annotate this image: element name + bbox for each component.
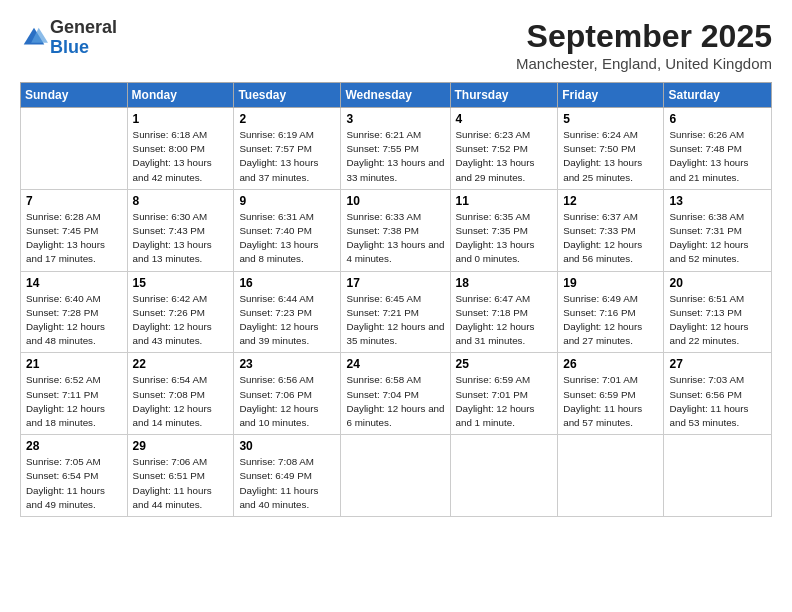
day-detail: Sunrise: 6:51 AMSunset: 7:13 PMDaylight:… xyxy=(669,292,766,349)
calendar-week-row: 14Sunrise: 6:40 AMSunset: 7:28 PMDayligh… xyxy=(21,271,772,353)
calendar-cell: 5Sunrise: 6:24 AMSunset: 7:50 PMDaylight… xyxy=(558,108,664,190)
calendar-cell: 11Sunrise: 6:35 AMSunset: 7:35 PMDayligh… xyxy=(450,189,558,271)
calendar-cell xyxy=(341,435,450,517)
calendar-cell: 16Sunrise: 6:44 AMSunset: 7:23 PMDayligh… xyxy=(234,271,341,353)
calendar-cell: 17Sunrise: 6:45 AMSunset: 7:21 PMDayligh… xyxy=(341,271,450,353)
day-number: 11 xyxy=(456,194,553,208)
page-header: General Blue September 2025 Manchester, … xyxy=(20,18,772,72)
calendar-table: Sunday Monday Tuesday Wednesday Thursday… xyxy=(20,82,772,517)
day-number: 5 xyxy=(563,112,658,126)
col-friday: Friday xyxy=(558,83,664,108)
day-detail: Sunrise: 7:08 AMSunset: 6:49 PMDaylight:… xyxy=(239,455,335,512)
calendar-cell: 26Sunrise: 7:01 AMSunset: 6:59 PMDayligh… xyxy=(558,353,664,435)
calendar-cell xyxy=(558,435,664,517)
day-detail: Sunrise: 6:23 AMSunset: 7:52 PMDaylight:… xyxy=(456,128,553,185)
day-detail: Sunrise: 6:56 AMSunset: 7:06 PMDaylight:… xyxy=(239,373,335,430)
calendar-cell: 9Sunrise: 6:31 AMSunset: 7:40 PMDaylight… xyxy=(234,189,341,271)
day-detail: Sunrise: 6:33 AMSunset: 7:38 PMDaylight:… xyxy=(346,210,444,267)
calendar-cell: 25Sunrise: 6:59 AMSunset: 7:01 PMDayligh… xyxy=(450,353,558,435)
day-number: 3 xyxy=(346,112,444,126)
day-number: 8 xyxy=(133,194,229,208)
calendar-cell: 1Sunrise: 6:18 AMSunset: 8:00 PMDaylight… xyxy=(127,108,234,190)
calendar-cell: 18Sunrise: 6:47 AMSunset: 7:18 PMDayligh… xyxy=(450,271,558,353)
calendar-week-row: 7Sunrise: 6:28 AMSunset: 7:45 PMDaylight… xyxy=(21,189,772,271)
day-number: 2 xyxy=(239,112,335,126)
calendar-cell: 23Sunrise: 6:56 AMSunset: 7:06 PMDayligh… xyxy=(234,353,341,435)
day-detail: Sunrise: 6:37 AMSunset: 7:33 PMDaylight:… xyxy=(563,210,658,267)
day-detail: Sunrise: 6:30 AMSunset: 7:43 PMDaylight:… xyxy=(133,210,229,267)
day-number: 4 xyxy=(456,112,553,126)
day-detail: Sunrise: 6:52 AMSunset: 7:11 PMDaylight:… xyxy=(26,373,122,430)
calendar-week-row: 28Sunrise: 7:05 AMSunset: 6:54 PMDayligh… xyxy=(21,435,772,517)
month-title: September 2025 xyxy=(516,18,772,55)
logo-general: General xyxy=(50,17,117,37)
col-wednesday: Wednesday xyxy=(341,83,450,108)
location: Manchester, England, United Kingdom xyxy=(516,55,772,72)
calendar-week-row: 1Sunrise: 6:18 AMSunset: 8:00 PMDaylight… xyxy=(21,108,772,190)
calendar-cell: 24Sunrise: 6:58 AMSunset: 7:04 PMDayligh… xyxy=(341,353,450,435)
calendar-cell: 3Sunrise: 6:21 AMSunset: 7:55 PMDaylight… xyxy=(341,108,450,190)
day-number: 9 xyxy=(239,194,335,208)
calendar-cell: 28Sunrise: 7:05 AMSunset: 6:54 PMDayligh… xyxy=(21,435,128,517)
day-number: 30 xyxy=(239,439,335,453)
day-number: 28 xyxy=(26,439,122,453)
calendar-cell: 21Sunrise: 6:52 AMSunset: 7:11 PMDayligh… xyxy=(21,353,128,435)
col-saturday: Saturday xyxy=(664,83,772,108)
day-detail: Sunrise: 6:38 AMSunset: 7:31 PMDaylight:… xyxy=(669,210,766,267)
calendar-cell: 13Sunrise: 6:38 AMSunset: 7:31 PMDayligh… xyxy=(664,189,772,271)
calendar-cell xyxy=(21,108,128,190)
day-detail: Sunrise: 6:26 AMSunset: 7:48 PMDaylight:… xyxy=(669,128,766,185)
day-detail: Sunrise: 6:42 AMSunset: 7:26 PMDaylight:… xyxy=(133,292,229,349)
day-number: 18 xyxy=(456,276,553,290)
calendar-header-row: Sunday Monday Tuesday Wednesday Thursday… xyxy=(21,83,772,108)
day-number: 20 xyxy=(669,276,766,290)
col-sunday: Sunday xyxy=(21,83,128,108)
day-number: 29 xyxy=(133,439,229,453)
day-number: 1 xyxy=(133,112,229,126)
day-number: 19 xyxy=(563,276,658,290)
calendar-cell: 27Sunrise: 7:03 AMSunset: 6:56 PMDayligh… xyxy=(664,353,772,435)
day-detail: Sunrise: 6:31 AMSunset: 7:40 PMDaylight:… xyxy=(239,210,335,267)
day-number: 24 xyxy=(346,357,444,371)
logo-icon xyxy=(20,24,48,52)
calendar-cell: 14Sunrise: 6:40 AMSunset: 7:28 PMDayligh… xyxy=(21,271,128,353)
day-detail: Sunrise: 6:21 AMSunset: 7:55 PMDaylight:… xyxy=(346,128,444,185)
day-number: 22 xyxy=(133,357,229,371)
day-detail: Sunrise: 6:49 AMSunset: 7:16 PMDaylight:… xyxy=(563,292,658,349)
logo-blue: Blue xyxy=(50,37,89,57)
day-number: 7 xyxy=(26,194,122,208)
day-detail: Sunrise: 7:03 AMSunset: 6:56 PMDaylight:… xyxy=(669,373,766,430)
day-number: 25 xyxy=(456,357,553,371)
calendar-cell: 30Sunrise: 7:08 AMSunset: 6:49 PMDayligh… xyxy=(234,435,341,517)
day-detail: Sunrise: 6:59 AMSunset: 7:01 PMDaylight:… xyxy=(456,373,553,430)
day-number: 15 xyxy=(133,276,229,290)
day-detail: Sunrise: 6:40 AMSunset: 7:28 PMDaylight:… xyxy=(26,292,122,349)
calendar-cell: 8Sunrise: 6:30 AMSunset: 7:43 PMDaylight… xyxy=(127,189,234,271)
day-detail: Sunrise: 6:28 AMSunset: 7:45 PMDaylight:… xyxy=(26,210,122,267)
calendar-cell: 12Sunrise: 6:37 AMSunset: 7:33 PMDayligh… xyxy=(558,189,664,271)
calendar-cell: 29Sunrise: 7:06 AMSunset: 6:51 PMDayligh… xyxy=(127,435,234,517)
calendar-cell xyxy=(450,435,558,517)
calendar-cell xyxy=(664,435,772,517)
day-detail: Sunrise: 6:24 AMSunset: 7:50 PMDaylight:… xyxy=(563,128,658,185)
col-tuesday: Tuesday xyxy=(234,83,341,108)
calendar-cell: 22Sunrise: 6:54 AMSunset: 7:08 PMDayligh… xyxy=(127,353,234,435)
calendar-cell: 10Sunrise: 6:33 AMSunset: 7:38 PMDayligh… xyxy=(341,189,450,271)
title-block: September 2025 Manchester, England, Unit… xyxy=(516,18,772,72)
day-detail: Sunrise: 6:47 AMSunset: 7:18 PMDaylight:… xyxy=(456,292,553,349)
day-number: 12 xyxy=(563,194,658,208)
day-detail: Sunrise: 7:05 AMSunset: 6:54 PMDaylight:… xyxy=(26,455,122,512)
day-detail: Sunrise: 7:06 AMSunset: 6:51 PMDaylight:… xyxy=(133,455,229,512)
day-number: 13 xyxy=(669,194,766,208)
day-number: 17 xyxy=(346,276,444,290)
day-detail: Sunrise: 6:35 AMSunset: 7:35 PMDaylight:… xyxy=(456,210,553,267)
calendar-cell: 7Sunrise: 6:28 AMSunset: 7:45 PMDaylight… xyxy=(21,189,128,271)
day-number: 26 xyxy=(563,357,658,371)
calendar-cell: 2Sunrise: 6:19 AMSunset: 7:57 PMDaylight… xyxy=(234,108,341,190)
col-monday: Monday xyxy=(127,83,234,108)
day-number: 21 xyxy=(26,357,122,371)
day-detail: Sunrise: 6:58 AMSunset: 7:04 PMDaylight:… xyxy=(346,373,444,430)
calendar-cell: 15Sunrise: 6:42 AMSunset: 7:26 PMDayligh… xyxy=(127,271,234,353)
col-thursday: Thursday xyxy=(450,83,558,108)
day-number: 23 xyxy=(239,357,335,371)
